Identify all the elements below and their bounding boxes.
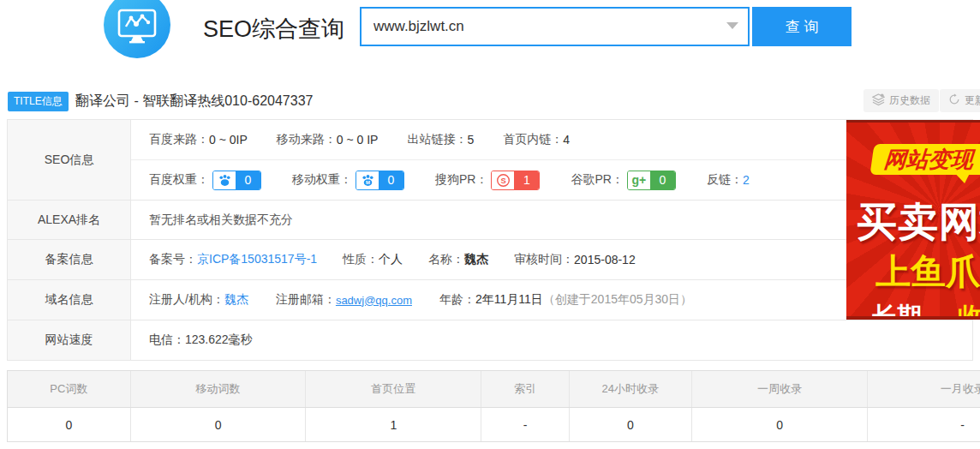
ad-bottom-strip xyxy=(846,316,980,320)
app-logo xyxy=(104,0,170,58)
sogou-icon: S xyxy=(492,171,514,189)
domain-registrant: 注册人/机构：魏杰 xyxy=(149,292,248,308)
page-title: SEO综合查询 xyxy=(203,14,344,45)
icp-audit-date: 审核时间：2015-08-12 xyxy=(514,252,636,267)
outbound-links: 出站链接：5 xyxy=(407,132,474,147)
col-header: 24小时收录 xyxy=(570,371,692,407)
svg-text:M: M xyxy=(366,180,370,185)
backlink-count-link[interactable]: 2 xyxy=(743,173,750,187)
icp-nature: 性质：个人 xyxy=(343,252,403,267)
ad-banner[interactable]: 网站变现 买卖网站 上鱼爪 长期 收站 xyxy=(846,120,980,320)
paw-icon xyxy=(213,171,236,189)
google-pr-badge[interactable]: g+ 0 xyxy=(627,171,676,190)
registrant-link[interactable]: 魏杰 xyxy=(224,292,248,308)
table-row-alexa: ALEXA排名 暂无排名或相关数据不充分 xyxy=(8,200,972,239)
google-plus-icon: g+ xyxy=(628,171,650,189)
ad-subline: 上鱼爪 xyxy=(875,248,980,296)
stats-value-row: 0 0 1 - 0 0 - xyxy=(8,408,980,441)
seo-info-table: SEO信息 百度来路：0 ~ 0 IP 移动来路：0 ~ 0 IP 出站链接：5… xyxy=(7,119,973,361)
col-header: 首页位置 xyxy=(306,371,481,407)
col-header: 一周收录 xyxy=(692,371,869,407)
table-row-seo: SEO信息 百度来路：0 ~ 0 IP 移动来路：0 ~ 0 IP 出站链接：5… xyxy=(8,120,972,200)
domain-email: 注册邮箱：sadwj@qq.com xyxy=(276,292,412,308)
col-header: PC词数 xyxy=(8,371,131,407)
sogou-pr: 搜狗PR： S 1 xyxy=(435,171,540,190)
stat-value: 1 xyxy=(306,408,481,441)
stat-value: - xyxy=(868,408,980,441)
col-header: 索引 xyxy=(481,371,570,407)
layers-icon xyxy=(872,93,885,109)
backlinks: 反链：2 xyxy=(707,172,750,188)
stat-value: 0 xyxy=(131,408,307,441)
mobile-traffic: 移动来路：0 ~ 0 IP xyxy=(277,132,379,147)
stat-value: - xyxy=(481,408,570,441)
keyword-stats-table: PC词数 移动词数 首页位置 索引 24小时收录 一周收录 一月收录 0 0 1… xyxy=(7,370,980,442)
row-label: 备案信息 xyxy=(8,240,131,279)
table-row-icp: 备案信息 备案号：京ICP备15031517号-1 性质：个人 名称：魏杰 审核… xyxy=(8,239,972,279)
ad-bubble-text: 网站变现 xyxy=(883,145,974,175)
stat-value: 0 xyxy=(8,408,131,441)
row-label: 网站速度 xyxy=(8,320,131,360)
col-header: 移动词数 xyxy=(131,371,307,407)
refresh-label: 更新 xyxy=(965,93,980,108)
refresh-button[interactable]: 更新 xyxy=(940,89,980,112)
alexa-status-text: 暂无排名或相关数据不充分 xyxy=(149,213,293,228)
ad-bubble: 网站变现 xyxy=(869,144,980,175)
monitor-chart-icon xyxy=(117,8,158,49)
history-data-label: 历史数据 xyxy=(889,93,930,108)
svg-text:S: S xyxy=(500,176,505,184)
google-pr: 谷歌PR： g+ 0 xyxy=(571,171,675,190)
baidu-weight-badge[interactable]: 0 xyxy=(212,171,261,190)
ad-top-strip xyxy=(846,120,980,123)
col-header: 一月收录 xyxy=(868,371,980,407)
baidu-traffic: 百度来路：0 ~ 0 IP xyxy=(149,132,248,147)
icp-number-link[interactable]: 京ICP备15031517号-1 xyxy=(197,252,317,267)
search-input[interactable] xyxy=(360,7,750,46)
row-label: ALEXA排名 xyxy=(8,201,131,239)
mobile-weight: 移动权重： M 0 xyxy=(292,171,404,190)
history-data-button[interactable]: 历史数据 xyxy=(863,89,939,112)
table-row-domain: 域名信息 注册人/机构：魏杰 注册邮箱：sadwj@qq.com 年龄：2年11… xyxy=(8,279,972,320)
email-link[interactable]: sadwj@qq.com xyxy=(336,294,412,307)
query-button[interactable]: 查 询 xyxy=(752,7,852,46)
icp-number: 备案号：京ICP备15031517号-1 xyxy=(149,252,317,267)
stat-value: 0 xyxy=(692,408,869,441)
sogou-pr-badge[interactable]: S 1 xyxy=(491,171,540,190)
site-title-text: 翻译公司 - 智联翻译热线010-62047337 xyxy=(75,93,313,111)
mobile-weight-badge[interactable]: M 0 xyxy=(356,171,404,190)
table-row-speed: 网站速度 电信：123.622毫秒 xyxy=(8,320,972,360)
paw-m-icon: M xyxy=(356,171,379,189)
stats-header-row: PC词数 移动词数 首页位置 索引 24小时收录 一周收录 一月收录 xyxy=(8,371,980,408)
homepage-inlinks: 首页内链：4 xyxy=(503,132,570,147)
ad-headline: 买卖网站 xyxy=(857,195,980,249)
chevron-down-icon[interactable] xyxy=(726,22,738,29)
speed-value: 电信：123.622毫秒 xyxy=(149,332,253,348)
row-label: 域名信息 xyxy=(8,280,131,320)
row-label: SEO信息 xyxy=(8,120,131,200)
domain-age: 年龄：2年11月11日（创建于2015年05月30日） xyxy=(439,292,692,308)
refresh-icon xyxy=(948,93,960,108)
icp-name: 名称：魏杰 xyxy=(428,252,488,267)
stat-value: 0 xyxy=(570,408,692,441)
baidu-weight: 百度权重： 0 xyxy=(149,171,261,190)
title-info-badge: TITLE信息 xyxy=(8,92,69,111)
